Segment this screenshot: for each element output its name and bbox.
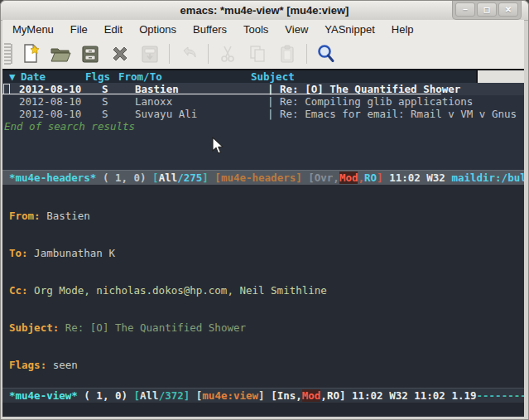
- menubar: MyMenu File Edit Options Buffers Tools V…: [2, 20, 524, 38]
- headers-empty-area: [2, 133, 524, 170]
- toolbar-separator: [306, 44, 307, 64]
- paste-icon[interactable]: [275, 41, 300, 66]
- delete-icon[interactable]: [108, 41, 132, 66]
- search-icon[interactable]: [314, 41, 339, 66]
- menu-edit[interactable]: Edit: [96, 22, 131, 37]
- modeline-filter[interactable]: All: [140, 389, 159, 402]
- row-date: 2012-08-10: [2, 95, 102, 108]
- menu-tools[interactable]: Tools: [235, 22, 277, 37]
- modeline-filter[interactable]: All: [159, 171, 178, 184]
- sort-arrow-icon[interactable]: ▼: [2, 70, 21, 83]
- modeline-buffer-name[interactable]: *mu4e-view*: [9, 389, 78, 402]
- menu-view[interactable]: View: [277, 22, 316, 37]
- message-view: From: Bastien To: Jambunathan K Cc: Org …: [2, 185, 524, 388]
- copy-icon[interactable]: [245, 41, 270, 66]
- modeline-maildir: maildir:/bulk: [451, 171, 524, 184]
- save-as-icon[interactable]: [137, 41, 162, 66]
- subject-label: Subject:: [9, 321, 59, 334]
- header-line-tail: [476, 70, 524, 83]
- from-label: From:: [9, 210, 41, 222]
- row-flags: S: [102, 108, 135, 120]
- menu-options[interactable]: Options: [131, 22, 185, 37]
- to-label: To:: [9, 247, 28, 259]
- bracket: ]: [258, 389, 271, 402]
- bracket: [: [308, 171, 315, 184]
- row-from: Bastien: [135, 83, 267, 95]
- row-date: 2012-08-10: [2, 83, 102, 95]
- mouse-pointer-icon: [212, 137, 224, 158]
- emacs-frame: emacs: *mu4e-view* [mu4e:view] – ◻ ✕ MyM…: [0, 0, 529, 420]
- to-value[interactable]: Jambunathan K: [28, 247, 115, 259]
- modeline-major-mode[interactable]: [mu4e-headers]: [209, 171, 308, 184]
- toolbar-grip[interactable]: [4, 43, 11, 65]
- toolbar-separator: [208, 44, 209, 64]
- message-row-selected[interactable]: 2012-08-10 S Bastien | Re: [O] The Quant…: [2, 83, 524, 95]
- maximize-button[interactable]: ◻: [477, 2, 497, 17]
- minimize-button[interactable]: –: [455, 2, 475, 17]
- modeline-modified-flag[interactable]: Mod: [339, 171, 358, 184]
- menu-file[interactable]: File: [62, 22, 96, 37]
- modeline-readonly-flag[interactable]: RO: [327, 389, 339, 402]
- open-folder-icon[interactable]: [48, 41, 73, 66]
- bracket: ]: [377, 171, 383, 184]
- modeline-buffer-name[interactable]: *mu4e-headers*: [9, 171, 96, 184]
- flags-value: seen: [46, 359, 78, 371]
- cut-icon[interactable]: [215, 41, 240, 66]
- from-value[interactable]: Bastien: [41, 210, 90, 222]
- modeline-readonly-flag[interactable]: RO: [364, 171, 377, 184]
- window-title: emacs: *mu4e-view* [mu4e:view]: [180, 4, 349, 17]
- titlebar[interactable]: emacs: *mu4e-view* [mu4e:view] – ◻ ✕: [1, 1, 528, 21]
- modeline-dashes: ------------------------: [477, 389, 524, 402]
- row-flags: S: [102, 83, 135, 95]
- menu-buffers[interactable]: Buffers: [185, 22, 235, 37]
- row-date: 2012-08-10: [2, 108, 102, 120]
- undo-icon[interactable]: [176, 41, 201, 66]
- bracket: [: [152, 171, 159, 184]
- column-from[interactable]: From/To: [118, 70, 251, 83]
- modeline-position: ( 1, 0): [96, 171, 152, 184]
- cc-value[interactable]: Org Mode, nicholas.dokos@hp.com, Neil Sm…: [28, 284, 327, 297]
- row-flags: S: [102, 95, 135, 108]
- row-from: Suvayu Ali: [135, 108, 267, 120]
- headers-column-header[interactable]: ▼ Date Flgs From/To Subject: [2, 70, 524, 83]
- row-subject: | Re: Emacs for email: Rmail v VM v Gnus: [267, 108, 524, 120]
- modeline-ovr-flag: Ovr,: [315, 171, 339, 184]
- new-file-icon[interactable]: [18, 41, 43, 66]
- minibuffer[interactable]: [2, 403, 524, 417]
- bracket: [: [190, 389, 202, 402]
- separator: ,: [320, 389, 327, 402]
- window-controls: – ◻ ✕: [452, 1, 522, 20]
- flags-label: Flags:: [9, 359, 46, 371]
- modeline-position: ( 1, 0): [78, 389, 134, 402]
- bracket: ]: [202, 171, 209, 184]
- toolbar: [2, 38, 524, 69]
- separator: ,: [358, 171, 364, 184]
- row-subject: | Re: [O] The Quantified Shower: [267, 83, 524, 95]
- column-flags[interactable]: Flgs: [85, 70, 118, 83]
- subject-value: Re: [O] The Quantified Shower: [59, 321, 246, 334]
- menu-help[interactable]: Help: [383, 22, 422, 37]
- bracket: [: [271, 389, 277, 402]
- modeline-modified-flag[interactable]: Mod: [302, 389, 321, 402]
- modeline-status: 11:02 W32 11:02 1.19: [345, 389, 476, 402]
- modeline-count: /275: [177, 171, 202, 184]
- message-row[interactable]: 2012-08-10 S Suvayu Ali | Re: Emacs for …: [2, 108, 524, 120]
- close-button[interactable]: ✕: [498, 2, 518, 17]
- save-icon[interactable]: [78, 41, 103, 66]
- modeline-headers[interactable]: *mu4e-headers* ( 1, 0) [All/275] [mu4e-h…: [2, 170, 524, 185]
- menu-mymenu[interactable]: MyMenu: [4, 22, 62, 37]
- emacs-content: ▼ Date Flgs From/To Subject 2012-08-10 S…: [2, 69, 524, 417]
- cc-label: Cc:: [9, 284, 28, 297]
- modeline-count: /372: [159, 389, 184, 402]
- column-date[interactable]: Date: [21, 70, 85, 83]
- bracket: [: [134, 389, 141, 402]
- modeline-time: 11:02 W32: [383, 171, 452, 184]
- modeline-ins-flag: Ins,: [277, 389, 302, 402]
- menu-yasnippet[interactable]: YASnippet: [316, 22, 382, 37]
- message-row[interactable]: 2012-08-10 S Lanoxx | Re: Compiling glib…: [2, 95, 524, 108]
- modeline-major-mode[interactable]: mu4e:view: [202, 389, 258, 402]
- toolbar-separator: [169, 44, 170, 64]
- end-of-results-marker: End of search results: [2, 120, 524, 133]
- text-cursor: [3, 84, 10, 94]
- modeline-view[interactable]: *mu4e-view* ( 1, 0) [All/372] [mu4e:view…: [2, 388, 524, 403]
